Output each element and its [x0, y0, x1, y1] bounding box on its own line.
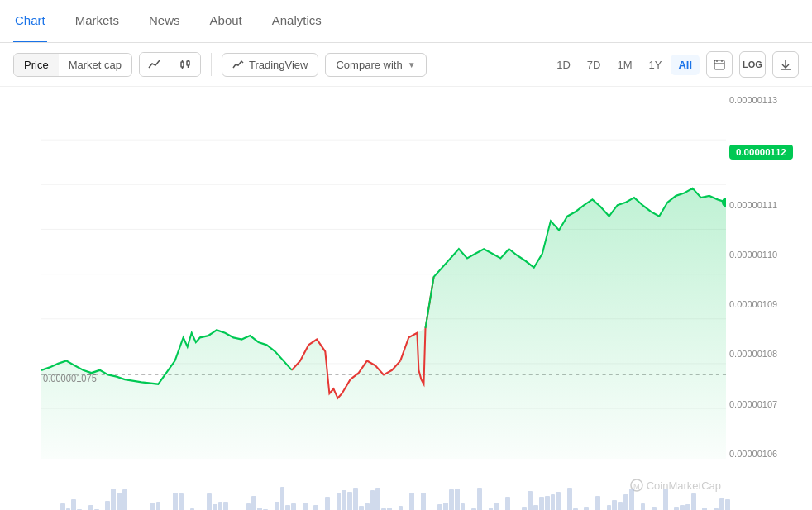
volume-bar [494, 503, 499, 510]
time-1m[interactable]: 1M [609, 55, 639, 75]
market-cap-button[interactable]: Market cap [59, 54, 131, 76]
volume-bar [370, 490, 375, 510]
volume-bar [691, 493, 696, 510]
volume-bar [71, 499, 76, 510]
svg-rect-6 [714, 60, 724, 69]
volume-bar [567, 488, 572, 510]
y-label-5: 0.00000108 [729, 349, 777, 359]
time-all[interactable]: All [671, 55, 700, 75]
volume-section: M CoinMarketCap [0, 484, 812, 510]
volume-bar [251, 496, 256, 510]
time-1d[interactable]: 1D [549, 55, 578, 75]
calendar-button[interactable] [706, 51, 733, 78]
volume-bar [539, 497, 544, 510]
volume-bar [409, 493, 414, 510]
y-label-6: 0.00000107 [729, 399, 777, 409]
volume-bar [365, 503, 370, 510]
volume-bar [455, 489, 460, 510]
volume-bar [246, 503, 251, 510]
volume-bar [213, 504, 217, 510]
y-label-3: 0.00000110 [729, 250, 777, 260]
y-label-2: 0.00000111 [729, 200, 777, 210]
volume-bar [551, 494, 556, 510]
volume-bar [461, 503, 466, 510]
chart-container: 0.000001075 0.00000113 0.00000112 0.0000… [0, 87, 812, 484]
volume-bar [150, 503, 155, 510]
time-7d[interactable]: 7D [580, 55, 609, 75]
candle-chart-button[interactable] [170, 53, 200, 76]
log-button[interactable]: LOG [739, 51, 766, 78]
volume-bar [375, 488, 380, 510]
volume-bar [173, 493, 178, 510]
volume-bar [280, 487, 285, 510]
volume-bar [207, 493, 212, 510]
calendar-icon [714, 59, 725, 70]
compare-label: Compare with [336, 59, 402, 71]
trading-view-label: TradingView [249, 59, 308, 71]
download-button[interactable] [772, 51, 799, 78]
y-label-7: 0.00000106 [729, 449, 777, 459]
volume-bar [359, 506, 364, 510]
y-label-4: 0.00000109 [729, 299, 777, 309]
volume-bar [545, 496, 550, 510]
tab-chart[interactable]: Chart [13, 0, 47, 42]
chart-area: 0.000001075 [0, 87, 729, 484]
watermark: M CoinMarketCap [630, 479, 721, 492]
time-1y[interactable]: 1Y [641, 55, 669, 75]
volume-bar [105, 501, 110, 510]
download-icon [780, 59, 791, 70]
volume-bar [533, 505, 538, 510]
divider-1 [211, 53, 212, 76]
volume-bar [595, 496, 600, 510]
volume-bar [291, 503, 296, 510]
chart-type-group [139, 52, 201, 77]
volume-bar [652, 507, 657, 510]
volume-bar [522, 507, 527, 510]
volume-bar [117, 493, 122, 510]
volume-bar [528, 491, 533, 510]
time-range-group: 1D 7D 1M 1Y All [549, 55, 700, 75]
volume-bar [111, 489, 116, 510]
svg-rect-0 [181, 62, 184, 67]
log-label: LOG [743, 60, 762, 69]
watermark-text: CoinMarketCap [647, 479, 721, 492]
compare-button[interactable]: Compare with ▼ [325, 53, 426, 77]
volume-bar [618, 502, 623, 510]
volume-bar [556, 492, 561, 510]
volume-bar [179, 493, 184, 510]
volume-bar [607, 505, 612, 510]
chevron-down-icon: ▼ [408, 60, 416, 69]
tab-about[interactable]: About [208, 0, 244, 42]
volume-bar [685, 504, 690, 510]
volume-bar [674, 507, 679, 510]
toolbar: Price Market cap TradingView [0, 43, 812, 87]
svg-rect-3 [187, 61, 189, 65]
start-price-label: 0.000001075 [43, 373, 97, 384]
volume-bar [584, 507, 589, 510]
nav-tabs: Chart Markets News About Analytics [0, 0, 812, 43]
volume-bar [347, 492, 352, 510]
volume-bar [725, 499, 730, 510]
volume-bar [449, 489, 454, 510]
volume-bar [313, 505, 318, 510]
volume-bar [623, 494, 628, 510]
volume-bar [342, 490, 346, 510]
volume-bar [218, 502, 223, 510]
volume-bar [325, 497, 330, 510]
volume-bar [156, 502, 161, 510]
price-chart-svg: 0.000001075 [41, 95, 726, 459]
volume-bar [641, 503, 646, 510]
volume-bar [505, 497, 510, 510]
tab-markets[interactable]: Markets [74, 0, 121, 42]
tab-analytics[interactable]: Analytics [270, 0, 323, 42]
volume-bar [285, 505, 290, 510]
volume-bar [122, 489, 127, 510]
line-chart-button[interactable] [140, 53, 170, 76]
tab-news[interactable]: News [147, 0, 182, 42]
volume-bar [275, 502, 279, 510]
svg-text:M: M [633, 482, 640, 490]
trading-view-button[interactable]: TradingView [222, 53, 319, 77]
trading-view-icon [232, 59, 244, 70]
price-button[interactable]: Price [14, 54, 59, 76]
volume-bar [702, 508, 707, 511]
